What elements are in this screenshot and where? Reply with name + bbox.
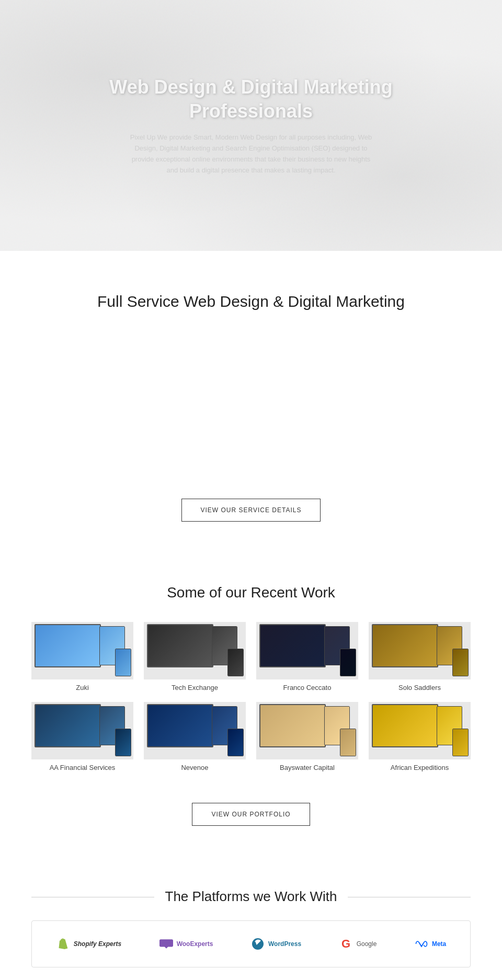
full-service-section: Full Service Web Design & Digital Market… — [0, 251, 502, 563]
wordpress-icon — [250, 937, 265, 951]
full-service-title: Full Service Web Design & Digital Market… — [21, 293, 481, 310]
portfolio-thumb-tech-exchange — [144, 622, 246, 679]
platform-meta: Meta — [414, 937, 446, 951]
portfolio-label-tech-exchange: Tech Exchange — [172, 684, 218, 691]
shopify-label: Shopify Experts — [74, 940, 121, 948]
services-content-area — [21, 331, 481, 478]
portfolio-thumb-aa-financial — [31, 702, 133, 759]
view-portfolio-button[interactable]: VIEW OUR PORTFOLIO — [192, 803, 310, 826]
portfolio-item-tech-exchange[interactable]: Tech Exchange — [144, 622, 246, 691]
portfolio-thumb-solo-saddlers — [369, 622, 471, 679]
platform-google: G Google — [339, 937, 377, 951]
wordpress-label: WordPress — [268, 940, 301, 948]
portfolio-item-aa-financial[interactable]: AA Financial Services — [31, 702, 133, 771]
portfolio-item-african-expeditions[interactable]: African Expeditions — [369, 702, 471, 771]
portfolio-item-bayswater[interactable]: Bayswater Capital — [256, 702, 358, 771]
view-services-button[interactable]: VIEW OUR SERVICE DETAILS — [181, 499, 321, 522]
portfolio-thumb-african-expeditions — [369, 702, 471, 759]
platform-wordpress: WordPress — [250, 937, 301, 951]
portfolio-thumb-franco-ceccato — [256, 622, 358, 679]
woo-icon — [159, 937, 174, 951]
meta-label: Meta — [432, 940, 446, 948]
platforms-logos-container: Shopify Experts WooExperts WordPres — [31, 920, 471, 967]
recent-work-section: Some of our Recent Work Zuki — [0, 563, 502, 868]
hero-noise-overlay — [0, 0, 502, 251]
portfolio-grid-row1: Zuki Tech Exchange — [31, 622, 471, 771]
portfolio-item-solo-saddlers[interactable]: Solo Saddlers — [369, 622, 471, 691]
portfolio-label-african-expeditions: African Expeditions — [391, 764, 449, 771]
platforms-section: The Platforms we Work With Shopify Exper… — [0, 868, 502, 978]
portfolio-label-solo-saddlers: Solo Saddlers — [398, 684, 441, 691]
recent-work-title: Some of our Recent Work — [31, 584, 471, 601]
portfolio-thumb-bayswater — [256, 702, 358, 759]
platforms-logos-row: Shopify Experts WooExperts WordPres — [42, 937, 460, 951]
hero-subtitle: Pixel Up We provide Smart, Modern Web De… — [115, 132, 387, 176]
woo-label: WooExperts — [177, 940, 213, 948]
google-icon: G — [339, 937, 353, 951]
platform-shopify: Shopify Experts — [56, 937, 121, 951]
portfolio-item-nevenoe[interactable]: Nevenoe — [144, 702, 246, 771]
portfolio-item-zuki[interactable]: Zuki — [31, 622, 133, 691]
meta-icon — [414, 937, 429, 951]
portfolio-thumb-zuki — [31, 622, 133, 679]
hero-title: Web Design & Digital Marketing Professio… — [89, 75, 413, 124]
portfolio-item-franco-ceccato[interactable]: Franco Ceccato — [256, 622, 358, 691]
portfolio-label-nevenoe: Nevenoe — [181, 764, 208, 771]
hero-section: Web Design & Digital Marketing Professio… — [0, 0, 502, 251]
shopify-icon — [56, 937, 71, 951]
portfolio-label-zuki: Zuki — [76, 684, 89, 691]
portfolio-label-aa-financial: AA Financial Services — [50, 764, 116, 771]
google-label: Google — [357, 940, 377, 948]
portfolio-label-franco-ceccato: Franco Ceccato — [283, 684, 332, 691]
platform-woo: WooExperts — [159, 937, 213, 951]
platforms-title: The Platforms we Work With — [31, 889, 471, 905]
portfolio-label-bayswater: Bayswater Capital — [280, 764, 335, 771]
portfolio-thumb-nevenoe — [144, 702, 246, 759]
